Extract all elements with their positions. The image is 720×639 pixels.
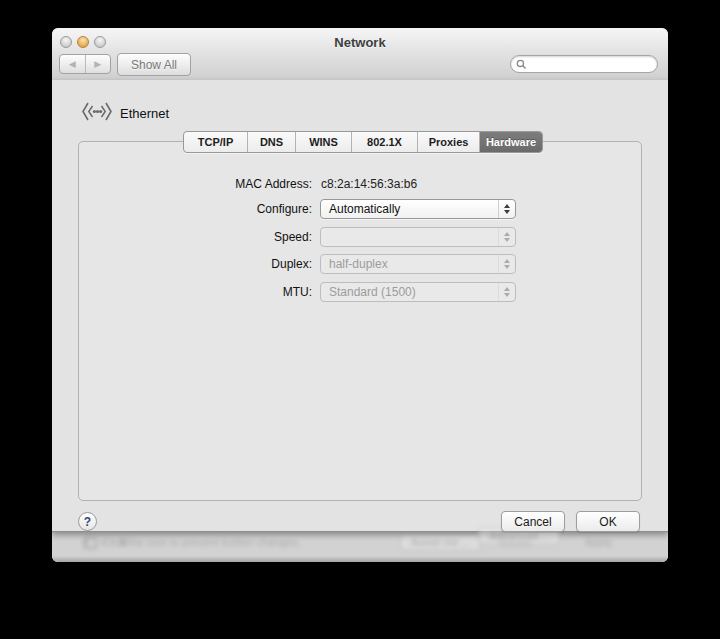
service-name: Ethernet [120,106,169,121]
popup-stepper-icon [498,200,515,218]
search-icon [516,59,527,70]
duplex-row: Duplex: half-duplex [78,254,642,274]
cancel-button[interactable]: Cancel [501,511,565,532]
popup-stepper-icon [498,255,515,273]
tab-proxies[interactable]: Proxies [418,132,480,152]
tab-tcpip[interactable]: TCP/IP [184,132,248,152]
configure-popup-value: Automatically [329,202,400,216]
configure-label: Configure: [78,202,312,216]
ethernet-icon [82,101,112,122]
speed-label: Speed: [78,230,312,244]
mtu-popup: Standard (1500) [320,282,516,302]
speed-row: Speed: [78,227,642,247]
configure-popup[interactable]: Automatically [320,199,516,219]
search-field[interactable] [510,55,658,73]
tab-8021x[interactable]: 802.1X [352,132,418,152]
mac-address-value: c8:2a:14:56:3a:b6 [321,177,417,191]
duplex-label: Duplex: [78,257,312,271]
content-area: Location: Wi-Fi Off Ethernet Cable Unplu… [52,80,668,562]
mtu-popup-value: Standard (1500) [329,285,416,299]
duplex-popup-value: half-duplex [329,257,388,271]
mac-address-row: MAC Address: c8:2a:14:56:3a:b6 [78,174,642,194]
popup-stepper-icon [498,283,515,301]
popup-stepper-icon [498,228,515,246]
title-bar: Network ◀ ▶ Show All [52,28,668,81]
help-button[interactable]: ? [78,512,97,531]
configure-row: Configure: Automatically [78,199,642,219]
mac-address-label: MAC Address: [78,177,312,191]
sheet-content: Ethernet TCP/IP DNS WINS 802.1X Proxies … [52,80,668,562]
ok-button[interactable]: OK [576,511,640,532]
duplex-popup: half-duplex [320,254,516,274]
window-title: Network [52,35,668,50]
mtu-label: MTU: [78,285,312,299]
tab-pane [78,141,642,501]
back-forward-control[interactable]: ◀ ▶ [59,54,111,74]
tab-dns[interactable]: DNS [248,132,296,152]
network-preferences-window: Network ◀ ▶ Show All Location: [52,28,668,562]
back-arrow-icon[interactable]: ◀ [60,55,86,73]
screen: Network ◀ ▶ Show All Location: [0,0,720,639]
forward-arrow-icon[interactable]: ▶ [86,55,111,73]
search-input[interactable] [527,56,649,72]
mtu-row: MTU: Standard (1500) [78,282,642,302]
show-all-button[interactable]: Show All [117,53,191,76]
tab-bar: TCP/IP DNS WINS 802.1X Proxies Hardware [183,131,543,153]
tab-wins[interactable]: WINS [296,132,352,152]
tab-hardware[interactable]: Hardware [480,132,542,152]
speed-popup [320,227,516,247]
